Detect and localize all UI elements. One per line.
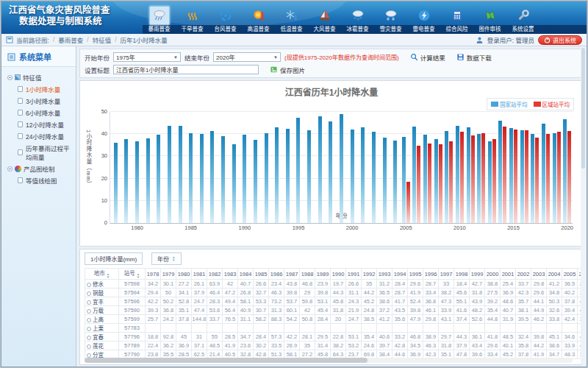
sidebar-item-1小时降水量[interactable]: 1小时降水量 <box>4 83 74 95</box>
column-header-year[interactable]: 1979 <box>161 269 176 280</box>
bar-group-1996 <box>304 112 315 223</box>
station-name-cell[interactable]: 万载 <box>85 306 119 315</box>
expand-icon[interactable] <box>87 283 91 287</box>
scrollbar-thumb[interactable] <box>581 48 585 169</box>
column-header-year[interactable]: 2005 <box>562 269 578 280</box>
value-cell: 53.2 <box>346 342 362 350</box>
save-image-button[interactable]: 保存图片 <box>270 66 305 74</box>
expand-icon[interactable] <box>87 291 91 296</box>
measure-box[interactable]: 1小时降水量(mm) <box>85 252 143 265</box>
nav-item-暴雨普查[interactable]: 暴雨普查 <box>143 6 176 34</box>
column-header-year[interactable]: 1996 <box>423 269 439 280</box>
column-header-year[interactable]: 1993 <box>377 269 392 280</box>
breadcrumb-item[interactable]: 暴雨普查 <box>58 35 83 44</box>
value-cell: 26.6 <box>346 280 362 289</box>
bar-national <box>243 135 246 223</box>
end-year-select[interactable]: 2020年▼ <box>213 52 281 62</box>
bar-national <box>423 135 427 223</box>
nav-item-台风普查[interactable]: 台风普查 <box>209 6 242 34</box>
station-code-cell: 57594 <box>119 289 146 297</box>
sort-icon[interactable]: ▲▼ <box>107 273 110 279</box>
expand-icon[interactable] <box>87 327 91 331</box>
year-sort-box[interactable]: 年份 ▲▼ <box>151 252 181 265</box>
column-header-year[interactable]: 1988 <box>300 269 315 280</box>
column-header-year[interactable]: 2001 <box>501 269 516 280</box>
expand-icon[interactable] <box>87 336 91 340</box>
sidebar-item-等值线绘图[interactable]: 等值线绘图 <box>4 174 74 186</box>
column-header-year[interactable]: 1989 <box>315 269 331 280</box>
breadcrumb-item[interactable]: 历年1小时降水量 <box>121 35 168 44</box>
nav-item-综合风险[interactable]: 综合风险 <box>440 6 473 34</box>
logout-button[interactable]: 退出系统 <box>538 35 582 45</box>
column-header-year[interactable]: 2003 <box>531 269 547 280</box>
sort-icon[interactable]: ▲▼ <box>137 273 140 279</box>
sidebar-item-12小时降水量[interactable]: 12小时降水量 <box>4 118 74 130</box>
sidebar-group-特征值[interactable]: 特征值 <box>4 71 74 83</box>
sidebar-item-24小时降水量[interactable]: 24小时降水量 <box>4 130 74 142</box>
value-cell: 58.2 <box>254 315 269 324</box>
column-header-year[interactable]: 1998 <box>454 269 470 280</box>
column-header-year[interactable]: 2004 <box>547 269 562 280</box>
column-header-year[interactable]: 1981 <box>192 269 207 280</box>
scrollbar-thumb[interactable] <box>85 358 368 363</box>
station-name-cell[interactable]: 上栗 <box>85 324 119 333</box>
nav-item-大风普查[interactable]: 大风普查 <box>308 6 341 34</box>
nav-item-雪灾普查[interactable]: 雪灾普查 <box>374 6 407 34</box>
expander-icon[interactable] <box>7 75 12 80</box>
column-header-station[interactable]: 站号 ▲▼ <box>119 269 146 280</box>
nav-item-干旱普查[interactable]: 干旱普查 <box>176 6 209 34</box>
column-header-year[interactable]: 1978 <box>146 269 161 280</box>
nav-item-冰雹普查[interactable]: 冰雹普查 <box>341 6 374 34</box>
column-header-year[interactable]: 1991 <box>346 269 362 280</box>
vertical-scrollbar[interactable] <box>581 47 586 365</box>
nav-item-高温普查[interactable]: 高温普查 <box>242 6 275 34</box>
station-name-cell[interactable]: 宜丰 <box>85 297 119 306</box>
expand-icon[interactable] <box>87 344 91 349</box>
station-name-cell[interactable]: 铜鼓 <box>85 289 119 297</box>
bar-national <box>467 127 470 223</box>
value-cell: 34.1 <box>176 289 192 297</box>
start-year-select[interactable]: 1975年▼ <box>113 52 181 62</box>
column-header-year[interactable]: 2002 <box>516 269 531 280</box>
nav-item-系统设置[interactable]: 系统设置 <box>506 6 539 34</box>
column-header-year[interactable]: 2000 <box>485 269 501 280</box>
calculate-button[interactable]: 计算结果 <box>410 53 445 62</box>
column-header-year[interactable]: 1994 <box>392 269 408 280</box>
station-name-cell[interactable]: 上高 <box>85 315 119 324</box>
column-header-year[interactable]: 1984 <box>238 269 254 280</box>
expander-icon[interactable] <box>7 166 12 171</box>
horizontal-scrollbar[interactable] <box>85 358 573 363</box>
sidebar-group-产品图绘制[interactable]: 产品图绘制 <box>4 163 74 174</box>
column-header-city[interactable]: 地市 ▲▼ <box>85 269 119 280</box>
station-name-cell[interactable]: 修水 <box>85 280 119 289</box>
sidebar-item-3小时降水量[interactable]: 3小时降水量 <box>4 95 74 107</box>
column-header-year[interactable]: 1999 <box>470 269 485 280</box>
column-header-year[interactable]: 1997 <box>439 269 454 280</box>
column-header-year[interactable]: 1983 <box>223 269 238 280</box>
column-header-year[interactable]: 1980 <box>176 269 192 280</box>
download-button[interactable]: 数据下载 <box>456 53 492 62</box>
expand-icon[interactable] <box>87 318 91 322</box>
nav-item-图件审核[interactable]: 图件审核 <box>473 6 506 34</box>
value-cell: 40.2 <box>562 289 578 297</box>
column-header-year[interactable]: 1990 <box>331 269 346 280</box>
sort-icon[interactable]: ▲▼ <box>172 256 175 262</box>
nav-item-雷电普查[interactable]: 雷电普查 <box>407 6 440 34</box>
column-header-year[interactable]: 1985 <box>254 269 269 280</box>
breadcrumb-item[interactable]: 特征值 <box>93 35 112 44</box>
chart-title-input[interactable]: 江西省历年1小时降水量 <box>113 65 259 74</box>
expand-icon[interactable] <box>87 309 91 314</box>
column-header-year[interactable]: 1992 <box>362 269 377 280</box>
column-header-year[interactable]: 1995 <box>408 269 423 280</box>
column-header-year[interactable]: 1982 <box>207 269 223 280</box>
sidebar-item-历年暴雨过程平均雨量[interactable]: 历年暴雨过程平均雨量 <box>4 142 74 163</box>
value-cell: 44.3 <box>454 333 470 342</box>
nav-item-低温普查[interactable]: 低温普查 <box>275 6 308 34</box>
column-header-year[interactable]: 1987 <box>284 269 300 280</box>
sidebar-item-6小时降水量[interactable]: 6小时降水量 <box>4 107 74 118</box>
bar-national <box>232 144 236 224</box>
station-name-cell[interactable]: 宜春 <box>85 333 119 342</box>
expand-icon[interactable] <box>87 300 91 305</box>
station-name-cell[interactable]: 莲花 <box>85 342 119 350</box>
column-header-year[interactable]: 1986 <box>269 269 284 280</box>
